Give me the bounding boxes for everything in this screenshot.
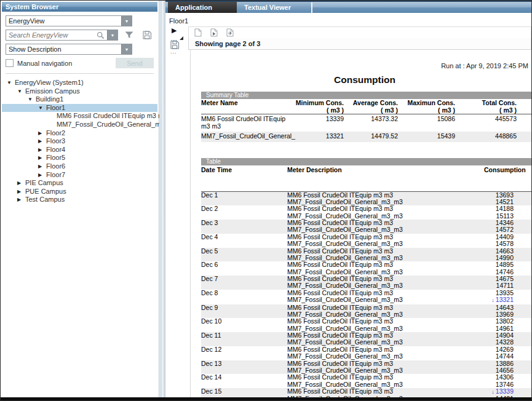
tree-item-floor7[interactable]: ▶Floor7 xyxy=(2,171,157,180)
detail-meter-cell: MM7_Fossil_CrudeOil_General_m3_m3 xyxy=(287,353,484,360)
search-icon[interactable] xyxy=(96,31,105,40)
tree-item-floor6[interactable]: ▶Floor6 xyxy=(2,162,157,171)
collapsed-icon[interactable]: ▶ xyxy=(17,196,25,204)
tab-bar: Application Viewer Textual Viewer xyxy=(165,1,531,13)
detail-row: Dec 10MM6 Fossil CrudeOil ITEquip m3 m31… xyxy=(201,318,531,325)
save-report-button[interactable]: ... xyxy=(170,40,180,51)
detail-date-cell: Dec 8 xyxy=(201,290,287,296)
report-toolbar xyxy=(188,26,531,39)
tree-item-floor2[interactable]: ▶Floor2 xyxy=(2,129,157,138)
detail-date-cell xyxy=(201,353,287,360)
tree-item-test-campus[interactable]: ▶Test Campus xyxy=(2,196,157,204)
detail-min-value-link[interactable]: ↓13321 xyxy=(484,296,514,304)
filter-icon[interactable] xyxy=(124,30,134,40)
tree-item-building1[interactable]: ▼Building1 xyxy=(2,95,157,104)
detail-row: Dec 6MM6 Fossil CrudeOil ITEquip m3 m314… xyxy=(201,261,531,268)
ellipsis-dots: ... xyxy=(170,50,177,53)
expanded-icon[interactable]: ▼ xyxy=(38,104,46,113)
summary-max-value: 15086 xyxy=(398,116,455,130)
summary-avg-value: 14479.52 xyxy=(344,133,398,140)
detail-group-dec-14: Dec 14MM6 Fossil CrudeOil ITEquip m3 m31… xyxy=(201,374,531,388)
tree-item-floor1[interactable]: ▼Floor1 xyxy=(2,104,157,113)
tree-item-floor3[interactable]: ▶Floor3 xyxy=(2,137,157,146)
detail-table-section: Table Date Time Meter Description Consum… xyxy=(201,158,531,401)
view-select-value: EnergyView xyxy=(6,16,121,26)
app-window: System Browser EnergyView ▼ ▼ xyxy=(0,0,532,401)
chevron-down-icon[interactable]: ▼ xyxy=(121,44,132,54)
detail-date-cell: Dec 2 xyxy=(201,205,287,212)
detail-group-dec-9: Dec 9MM6 Fossil CrudeOil ITEquip m3 m314… xyxy=(201,304,531,319)
detail-table-body: Dec 1MM6 Fossil CrudeOil ITEquip m3 m313… xyxy=(201,192,531,401)
chevron-down-icon[interactable]: ▼ xyxy=(121,16,132,26)
tree-item-mm6-fossil-crudeoil-itequip-m3-m3[interactable]: MM6 Fossil CrudeOil ITEquip m3 m3 xyxy=(2,112,157,121)
tree-item-floor4[interactable]: ▶Floor4 xyxy=(2,146,157,154)
description-select[interactable]: Show Description ▼ xyxy=(6,44,132,55)
page-play-icon[interactable] xyxy=(210,28,218,37)
play-icon: ▶ xyxy=(172,26,177,34)
collapsed-icon[interactable]: ▶ xyxy=(17,188,25,196)
run-report-button[interactable]: ▶ ... xyxy=(170,28,184,40)
summary-meter-name: MM6 Fossil CrudeOil ITEquip m3 m3 xyxy=(201,116,292,130)
collapsed-icon[interactable]: ▶ xyxy=(38,162,46,171)
tree-item-mm7-fossil-crudeoil-general-m3-m3[interactable]: MM7_Fossil_CrudeOil_General_m3_m3 xyxy=(2,121,157,129)
summary-table-section: Summary Table Meter NameMinimum Cons.( m… xyxy=(201,92,531,142)
detail-row: Dec 14MM6 Fossil CrudeOil ITEquip m3 m31… xyxy=(201,374,531,381)
panel-separator xyxy=(6,73,154,74)
detail-value-cell: 14306 xyxy=(484,374,514,381)
tree-item-pue-campus[interactable]: ▶PUE Campus xyxy=(2,188,157,196)
browser-controls: EnergyView ▼ ▼ xyxy=(2,12,157,74)
expanded-icon[interactable]: ▼ xyxy=(7,79,15,87)
collapsed-icon[interactable]: ▶ xyxy=(38,137,46,146)
expanded-icon[interactable]: ▼ xyxy=(28,95,36,104)
tree-item-label: Test Campus xyxy=(25,196,65,204)
panel-splitter[interactable] xyxy=(159,1,165,400)
view-select[interactable]: EnergyView ▼ xyxy=(6,15,132,26)
report-page: Run at : Apr 9, 2019 2:45 PM Consumption… xyxy=(190,50,531,400)
page-icon[interactable] xyxy=(194,28,202,37)
tree-item-pie-campus[interactable]: ▶PIE Campus xyxy=(2,179,157,188)
summary-total-value: 448865 xyxy=(455,133,517,140)
tab-application-viewer[interactable]: Application Viewer xyxy=(168,2,237,13)
tab-textual-viewer[interactable]: Textual Viewer xyxy=(237,2,311,13)
column-header-meter-name: Meter Name xyxy=(201,100,292,114)
down-arrow-icon: ↓ xyxy=(491,389,494,395)
column-header-consumption: Consumption xyxy=(484,165,526,191)
save-filter-icon[interactable] xyxy=(142,30,152,40)
detail-date-cell: Dec 7 xyxy=(201,276,287,282)
tree-item-label: Floor6 xyxy=(46,162,65,171)
detail-value-cell: 13802 xyxy=(484,318,514,325)
viewer-body: Floor1 ▶ ... ... Sh xyxy=(165,13,531,400)
summary-row: MM6 Fossil CrudeOil ITEquip m3 m31333914… xyxy=(201,114,531,132)
expanded-icon[interactable]: ▼ xyxy=(17,87,25,96)
page-export-icon[interactable] xyxy=(226,28,234,37)
header-unit: ( m3 ) xyxy=(398,107,455,114)
collapsed-icon[interactable]: ▶ xyxy=(17,179,25,188)
tree-item-energyview-system1[interactable]: ▼EnergyView (System1) xyxy=(2,79,157,87)
tree-item-label: Floor7 xyxy=(46,171,65,180)
manual-navigation-checkbox[interactable] xyxy=(6,59,14,67)
header-label: Total Cons. xyxy=(455,100,517,107)
detail-meter-cell: MM7_Fossil_CrudeOil_General_m3_m3 xyxy=(287,240,484,247)
search-box[interactable]: ▼ xyxy=(6,30,118,41)
collapsed-icon[interactable]: ▶ xyxy=(38,129,46,138)
detail-group-dec-10: Dec 10MM6 Fossil CrudeOil ITEquip m3 m31… xyxy=(201,318,531,332)
collapsed-icon[interactable]: ▶ xyxy=(38,146,46,154)
chevron-down-icon[interactable]: ▼ xyxy=(107,30,117,40)
header-unit: ( m3 ) xyxy=(344,107,398,114)
detail-group-dec-8: Dec 8MM6 Fossil CrudeOil ITEquip m3 m313… xyxy=(201,290,531,304)
summary-table-title: Summary Table xyxy=(201,92,531,99)
detail-group-dec-2: Dec 2MM6 Fossil CrudeOil ITEquip m3 m314… xyxy=(201,205,531,220)
detail-value-cell: 14744 xyxy=(484,353,514,360)
search-input[interactable] xyxy=(6,30,96,40)
tree-item-label: PUE Campus xyxy=(25,188,66,196)
collapsed-icon[interactable]: ▶ xyxy=(38,154,46,162)
tree-item-emission-campus[interactable]: ▼Emission Campus xyxy=(2,87,157,96)
tree-item-floor5[interactable]: ▶Floor5 xyxy=(2,154,157,162)
detail-date-cell: Dec 6 xyxy=(201,261,287,268)
detail-table-title: Table xyxy=(201,158,531,165)
send-button[interactable]: Send xyxy=(116,58,154,68)
summary-total-value: 445573 xyxy=(455,116,517,130)
collapsed-icon[interactable]: ▶ xyxy=(38,171,46,180)
column-header-minimum-cons-: Minimum Cons.( m3 ) xyxy=(292,100,344,114)
summary-row: MM7_Fossil_CrudeOil_General_1332114479.5… xyxy=(201,132,531,142)
